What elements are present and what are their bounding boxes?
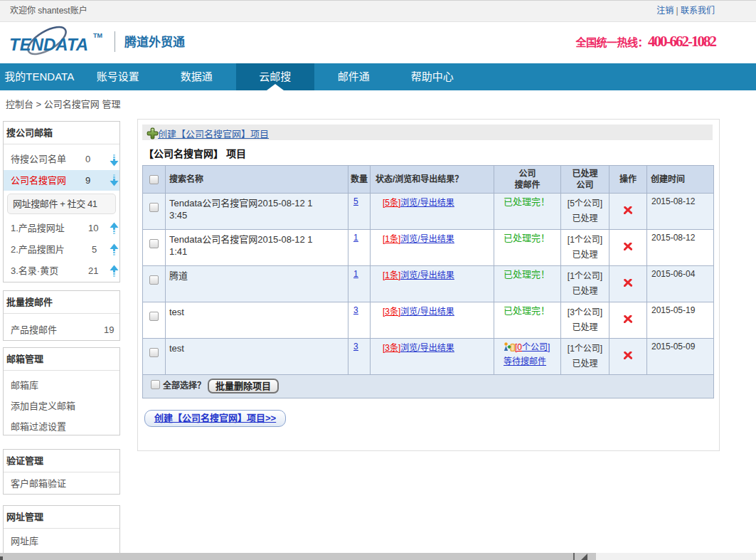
svg-text:TM: TM: [93, 32, 102, 39]
svg-text:TENDATA: TENDATA: [9, 35, 88, 54]
